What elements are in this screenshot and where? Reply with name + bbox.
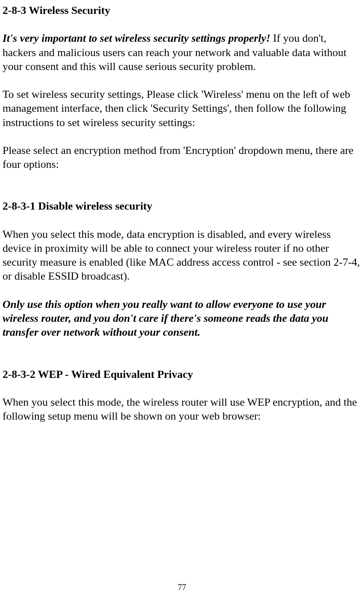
intro-emphasis: It's very important to set wireless secu… — [3, 32, 270, 44]
encryption-note-paragraph: Please select an encryption method from … — [3, 143, 361, 172]
intro-paragraph: It's very important to set wireless secu… — [3, 31, 361, 73]
section-heading-283: 2-8-3 Wireless Security — [3, 3, 361, 17]
section-heading-2832: 2-8-3-2 WEP - Wired Equivalent Privacy — [3, 367, 361, 381]
spacer — [3, 353, 361, 367]
spacer — [3, 185, 361, 199]
section-heading-2831: 2-8-3-1 Disable wireless security — [3, 199, 361, 213]
instructions-paragraph: To set wireless security settings, Pleas… — [3, 87, 361, 129]
disable-warning-paragraph: Only use this option when you really wan… — [3, 297, 361, 340]
page-number: 77 — [0, 582, 364, 593]
wep-body-paragraph: When you select this mode, the wireless … — [3, 395, 361, 423]
disable-body-paragraph: When you select this mode, data encrypti… — [3, 227, 361, 283]
